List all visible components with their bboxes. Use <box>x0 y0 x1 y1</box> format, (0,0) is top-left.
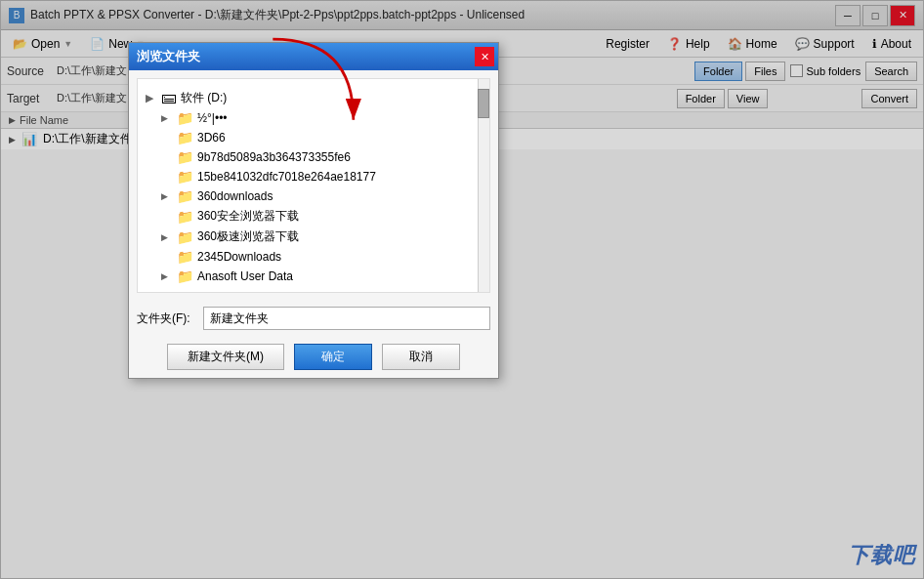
tree-arrow: ▶ <box>161 191 177 201</box>
folder-icon: 📁 <box>177 169 193 185</box>
folder-input-label: 文件夹(F): <box>137 310 195 327</box>
modal-overlay: 浏览文件夹 ✕ ▶ 🖴 软件 (D:) ▶ 📁 ½°|••• <box>1 1 923 578</box>
tree-item[interactable]: 📁 9b78d5089a3b364373355fe6 <box>146 147 468 167</box>
tree-item[interactable]: ▶ 📁 360极速浏览器下载 <box>146 227 468 247</box>
folder-icon: 📁 <box>177 229 193 245</box>
dialog-title-bar: 浏览文件夹 ✕ <box>129 43 498 70</box>
tree-item[interactable]: 📁 2345Downloads <box>146 247 468 267</box>
tree-item[interactable]: 📁 15be841032dfc7018e264ae18177 <box>146 167 468 186</box>
tree-item[interactable]: 📁 360安全浏览器下载 <box>146 206 468 227</box>
folder-icon: 📁 <box>177 188 193 204</box>
tree-scrollbar[interactable] <box>478 79 489 292</box>
drive-expand-icon: ▶ <box>146 92 161 104</box>
cancel-button[interactable]: 取消 <box>382 344 460 370</box>
dialog-close-button[interactable]: ✕ <box>475 47 494 66</box>
ok-button[interactable]: 确定 <box>294 344 372 370</box>
folder-name-input[interactable] <box>203 307 490 330</box>
folder-input-row: 文件夹(F): <box>129 301 498 336</box>
tree-item[interactable]: 📁 3D66 <box>146 128 468 147</box>
drive-icon: 🖴 <box>161 89 177 106</box>
folder-icon: 📁 <box>177 249 193 265</box>
scrollbar-thumb[interactable] <box>478 89 489 118</box>
tree-arrow: ▶ <box>161 113 177 123</box>
drive-item[interactable]: ▶ 🖴 软件 (D:) <box>146 87 468 108</box>
dialog-tree-area[interactable]: ▶ 🖴 软件 (D:) ▶ 📁 ½°|••• 📁 3D66 <box>137 78 490 293</box>
browse-folder-dialog: 浏览文件夹 ✕ ▶ 🖴 软件 (D:) ▶ 📁 ½°|••• <box>128 42 499 379</box>
tree-item[interactable]: ▶ 📁 Anasoft User Data <box>146 267 468 284</box>
tree-item[interactable]: ▶ 📁 360downloads <box>146 186 468 206</box>
folder-icon: 📁 <box>177 110 193 126</box>
new-folder-button[interactable]: 新建文件夹(M) <box>167 344 284 370</box>
dialog-buttons: 新建文件夹(M) 确定 取消 <box>129 336 498 378</box>
main-window: B Batch PPTX & PPSX Converter - D:\新建文件夹… <box>0 0 924 579</box>
folder-tree[interactable]: ▶ 🖴 软件 (D:) ▶ 📁 ½°|••• 📁 3D66 <box>146 87 482 284</box>
folder-icon: 📁 <box>177 269 193 284</box>
folder-icon: 📁 <box>177 209 193 225</box>
tree-item[interactable]: ▶ 📁 ½°|••• <box>146 108 468 128</box>
dialog-title: 浏览文件夹 <box>137 48 200 65</box>
tree-arrow: ▶ <box>161 232 177 242</box>
tree-arrow: ▶ <box>161 271 177 281</box>
folder-icon: 📁 <box>177 130 193 145</box>
folder-icon: 📁 <box>177 149 193 165</box>
drive-label: 软件 (D:) <box>181 90 227 106</box>
